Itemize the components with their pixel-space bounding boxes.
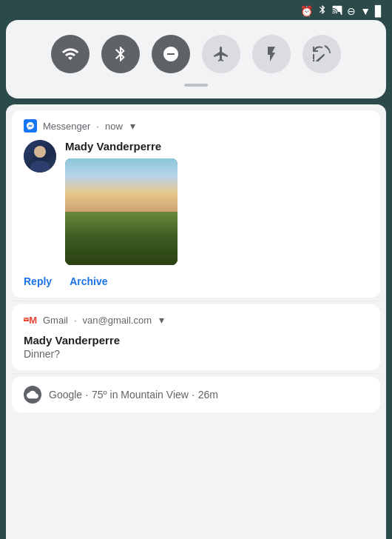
alarm-icon: ⏰	[300, 5, 313, 17]
wifi-toggle[interactable]	[51, 35, 89, 73]
messenger-notif-content: Mady Vanderperre	[65, 140, 368, 265]
bluetooth-status-icon	[317, 4, 328, 17]
google-dot1: ·	[86, 389, 89, 401]
avatar-face	[24, 140, 56, 173]
notifications-container: Messenger · now ▾ Mady Vanderperre	[6, 104, 386, 539]
google-time: 26m	[198, 389, 218, 401]
gmail-app-icon: M	[24, 313, 37, 327]
messenger-dot: ·	[96, 121, 99, 132]
google-dot2: ·	[192, 389, 195, 401]
signal-icon: ▊	[375, 5, 383, 17]
status-bar: ⏰ ⊖ ▼ ▊	[0, 0, 392, 20]
messenger-sender-name: Mady Vanderperre	[65, 140, 368, 153]
messenger-image	[65, 158, 178, 265]
gmail-notif-header: M Gmail · van@gmail.com ▾	[24, 313, 368, 327]
archive-button[interactable]: Archive	[70, 275, 107, 287]
cast-icon	[332, 4, 342, 17]
drag-handle	[184, 84, 208, 87]
svg-point-3	[74, 183, 101, 193]
svg-point-5	[103, 203, 140, 225]
gmail-notification: M Gmail · van@gmail.com ▾ Mady Vanderper…	[12, 304, 380, 370]
google-notification: Google · 75º in Mountain View · 26m	[12, 377, 380, 412]
messenger-app-name: Messenger	[43, 121, 90, 132]
rotate-toggle[interactable]	[303, 35, 341, 73]
google-cloud-icon	[24, 386, 41, 404]
gmail-app-name: Gmail	[43, 315, 68, 326]
quick-settings-panel	[6, 20, 386, 98]
gmail-dot: ·	[74, 315, 77, 326]
flashlight-toggle[interactable]	[252, 35, 291, 73]
reply-button[interactable]: Reply	[24, 275, 52, 287]
google-weather: 75º in Mountain View	[92, 389, 189, 401]
google-app-name: Google	[49, 389, 82, 401]
airplane-toggle[interactable]	[202, 35, 240, 73]
gmail-chevron-icon[interactable]: ▾	[159, 314, 164, 326]
notif-divider-2	[12, 373, 380, 374]
gmail-sender: Mady Vanderperre	[24, 334, 368, 346]
bluetooth-toggle[interactable]	[101, 35, 140, 73]
gmail-subject: Dinner?	[24, 348, 368, 360]
svg-point-2	[102, 170, 132, 184]
sender-avatar	[24, 140, 56, 173]
messenger-actions: Reply Archive	[24, 275, 368, 287]
svg-point-7	[141, 223, 167, 235]
quick-icons-row	[51, 35, 341, 73]
svg-point-6	[117, 218, 146, 232]
svg-point-1	[117, 172, 161, 190]
messenger-time: now	[105, 121, 123, 132]
notif-divider-1	[12, 301, 380, 301]
svg-rect-0	[65, 158, 178, 225]
svg-point-8	[91, 227, 113, 238]
messenger-app-icon	[24, 119, 37, 133]
messenger-notif-body: Mady Vanderperre	[24, 140, 368, 265]
wifi-status-icon: ▼	[360, 5, 371, 17]
messenger-chevron-icon[interactable]: ▾	[130, 120, 135, 132]
gmail-email: van@gmail.com	[83, 315, 152, 326]
dnd-status-icon: ⊖	[347, 5, 356, 17]
google-info-text: Google · 75º in Mountain View · 26m	[49, 388, 218, 401]
dnd-toggle[interactable]	[152, 35, 190, 73]
messenger-notif-header: Messenger · now ▾	[24, 119, 368, 133]
svg-rect-4	[65, 218, 178, 265]
messenger-notification: Messenger · now ▾ Mady Vanderperre	[12, 110, 380, 298]
